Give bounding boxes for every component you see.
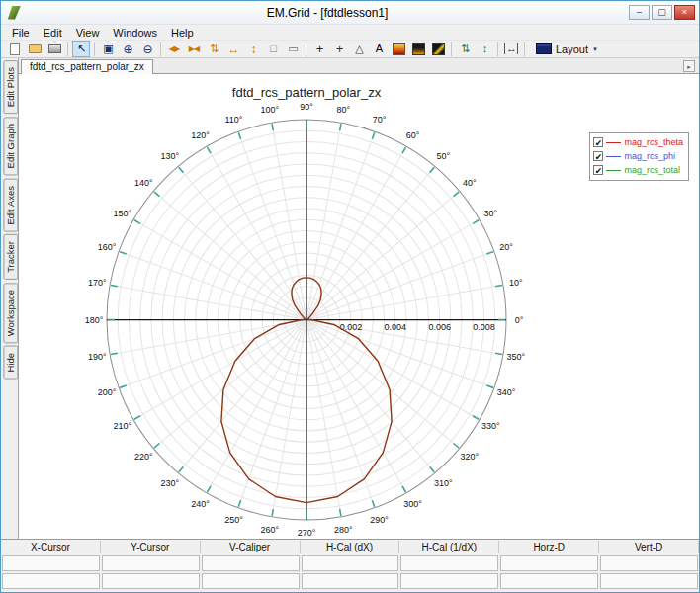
shift-up-down-button[interactable]: ⇅ [456,41,474,57]
legend-line-sample [606,142,621,143]
angle-label: 240° [191,499,210,509]
print-button[interactable] [45,41,63,57]
sidebar-tab-edit-graph[interactable]: Edit Graph [3,117,18,175]
crosshair-button[interactable]: + [310,41,328,57]
expand-horizontal-button[interactable]: ↔ [224,41,242,57]
angle-label: 340° [497,387,516,397]
content-panel: fdtd_rcs_pattern_polar_zx ▸ 0°10°20°30°4… [18,58,699,539]
legend-item-mag-rcs-theta[interactable]: ✔mag_rcs_theta [593,135,683,149]
maximize-button[interactable]: ▢ [652,5,672,20]
status-value-row-1 [1,555,699,571]
angle-label: 190° [88,352,107,362]
chevron-down-icon: ▼ [592,46,598,52]
legend-item-mag-rcs-phi[interactable]: ✔mag_rcs_phi [593,149,683,163]
main-body: Edit PlotsEdit GraphEdit AxesTrackerWork… [1,58,699,539]
angle-label: 300° [403,499,422,509]
shrink-width-icon: ▶◀ [189,45,199,53]
title-bar[interactable]: EM.Grid - [fdtdlesson1] –▢× [1,1,699,25]
window-title: EM.Grid - [fdtdlesson1] [26,6,629,20]
zoom-window-icon: ▣ [103,43,112,54]
status-cell-h-cal-dx- [302,573,399,589]
angle-label: 0° [515,315,524,325]
colormap-contour-button[interactable] [429,41,447,57]
sidebar-tab-edit-axes[interactable]: Edit Axes [3,179,18,232]
open-file-button[interactable] [26,41,44,57]
status-label-vert-d: Vert-D [599,541,699,553]
status-header-row: X-CursorY-CursorV-CaliperH-Cal (dX)H-Cal… [1,541,699,553]
new-file-button[interactable] [6,41,24,57]
document-tab[interactable]: fdtd_rcs_pattern_polar_zx [21,59,153,74]
zoom-window-button[interactable]: ▣ [99,41,117,57]
sidebar-tab-edit-plots[interactable]: Edit Plots [3,60,18,114]
status-cell-vert-d [600,573,698,589]
close-button[interactable]: × [674,5,695,20]
shift-up-down-icon: ⇅ [461,43,469,54]
status-cell-v-caliper [202,573,300,589]
legend-label: mag_rcs_phi [624,151,675,161]
legend-box: ✔mag_rcs_theta✔mag_rcs_phi✔mag_rcs_total [589,132,689,181]
zoom-in-button[interactable]: ⊕ [119,41,136,57]
colormap-dark-button[interactable] [409,41,427,57]
radius-label: 0.004 [385,322,407,332]
fit-height-button[interactable]: ⇅ [205,41,222,57]
angle-label: 50° [436,151,450,161]
sidebar-tab-tracker[interactable]: Tracker [3,234,18,280]
document-tab-strip: fdtd_rcs_pattern_polar_zx ▸ [19,58,699,74]
legend-checkbox[interactable]: ✔ [593,151,603,161]
add-cursor-button[interactable]: + [330,41,348,57]
shrink-width-button[interactable]: ▶◀ [185,41,203,57]
status-cell-horz-d [500,555,598,571]
angle-label: 20° [499,242,513,252]
status-label-x-cursor: X-Cursor [1,541,101,553]
layout-button[interactable]: Layout▼ [530,41,604,57]
colormap-dark-icon [412,43,425,55]
zoom-in-icon: ⊕ [123,43,131,55]
status-label-h-cal-1-dx-: H-Cal (1/dX) [399,541,499,553]
angle-label: 150° [113,209,131,218]
menu-file[interactable]: File [5,27,37,39]
legend-checkbox[interactable]: ✔ [593,165,603,175]
h-measure-button[interactable]: ↔ [502,41,520,57]
sidebar-tab-workspace[interactable]: Workspace [3,283,18,343]
caliper-button[interactable]: △ [350,41,368,57]
dashed-box-button[interactable]: ▭ [284,41,302,57]
angle-label: 140° [134,178,153,188]
menu-edit[interactable]: Edit [37,27,69,39]
angle-label: 330° [481,421,500,431]
box-select-icon: □ [270,43,276,54]
minimize-button[interactable]: – [629,5,650,20]
legend-item-mag-rcs-total[interactable]: ✔mag_rcs_total [593,163,683,177]
angle-label: 160° [98,242,117,252]
toolbar-separator [160,42,161,56]
status-cell-x-cursor [2,555,100,571]
zoom-out-button[interactable]: ⊖ [138,41,156,57]
angle-label: 230° [160,478,179,488]
menu-windows[interactable]: Windows [106,27,164,39]
stretch-vertical-button[interactable]: ↕ [476,41,493,57]
text-tool-button[interactable]: A [370,41,388,57]
angle-label: 320° [460,452,479,462]
box-select-button[interactable]: □ [264,41,282,57]
toolbar-separator [94,42,95,56]
select-cursor-button[interactable]: ↖ [72,41,90,57]
plot-area[interactable]: 0°10°20°30°40°50°60°70°80°90°100°110°120… [19,74,699,539]
menu-help[interactable]: Help [164,27,201,39]
status-label-h-cal-dx-: H-Cal (dX) [301,541,400,553]
legend-checkbox[interactable]: ✔ [593,137,603,147]
new-file-icon [10,43,20,55]
menu-view[interactable]: View [69,27,107,39]
expand-vertical-icon: ↕ [251,43,256,55]
h-measure-icon: ↔ [504,43,518,54]
status-cell-x-cursor [2,573,100,589]
fit-width-button[interactable]: ◀▶ [165,41,183,57]
sidebar-tab-hide[interactable]: Hide [3,346,18,380]
colormap-hot-button[interactable] [390,41,407,57]
radius-label: 0.008 [473,322,495,332]
expand-vertical-button[interactable]: ↕ [244,41,262,57]
tab-strip-button[interactable]: ▸ [683,60,695,72]
app-window: EM.Grid - [fdtdlesson1] –▢× FileEditView… [0,0,700,593]
angle-label: 70° [373,115,387,125]
select-cursor-icon: ↖ [77,43,85,54]
status-cell-h-cal-1-dx- [400,573,498,589]
status-cell-y-cursor [102,573,200,589]
